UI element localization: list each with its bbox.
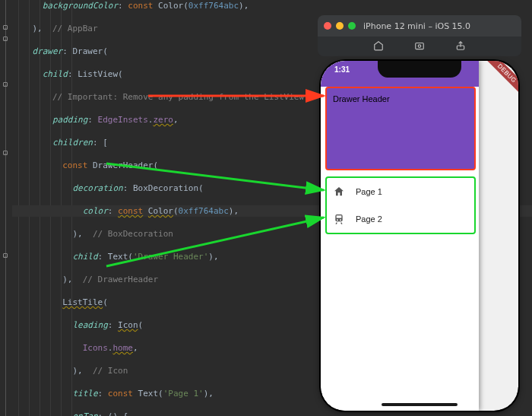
- drawer-header-label: Drawer Header: [333, 94, 390, 103]
- svg-rect-0: [416, 43, 424, 49]
- svg-point-1: [418, 44, 421, 47]
- simulator-toolbar[interactable]: [318, 37, 521, 56]
- drawer-header: Drawer Header: [321, 61, 479, 175]
- phone-screen[interactable]: Drawer Header Page 1: [321, 61, 518, 411]
- list-tile-page1[interactable]: Page 1: [327, 178, 474, 205]
- home-indicator[interactable]: [382, 403, 458, 406]
- list-tile-page2[interactable]: Page 2: [327, 205, 474, 233]
- train-icon: [333, 213, 345, 225]
- traffic-close[interactable]: [324, 22, 331, 30]
- home-icon: [333, 186, 345, 198]
- status-time: 1:31: [334, 65, 350, 74]
- drawer: Drawer Header Page 1: [321, 61, 479, 411]
- traffic-max[interactable]: [348, 22, 356, 30]
- screenshot-icon[interactable]: [414, 40, 425, 53]
- simulator-titlebar[interactable]: iPhone 12 mini – iOS 15.0: [318, 15, 521, 37]
- home-icon[interactable]: [373, 40, 384, 53]
- simulator-title: iPhone 12 mini – iOS 15.0: [363, 21, 470, 31]
- tile-label: Page 1: [356, 187, 382, 196]
- svg-rect-6: [337, 215, 342, 218]
- simulator-window: iPhone 12 mini – iOS 15.0 Drawer Header: [318, 15, 521, 411]
- svg-point-4: [337, 219, 338, 221]
- svg-point-5: [340, 219, 341, 221]
- traffic-min[interactable]: [336, 22, 344, 30]
- share-icon[interactable]: [455, 40, 466, 53]
- gutter: − − − − −: [0, 0, 11, 416]
- phone-frame: Drawer Header Page 1: [321, 61, 518, 411]
- list-highlight: Page 1 Page 2: [325, 176, 476, 234]
- tile-label: Page 2: [356, 214, 382, 224]
